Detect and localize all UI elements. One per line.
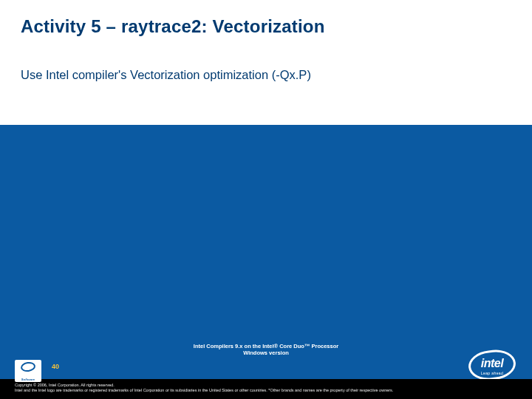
- page-number: 40: [52, 363, 59, 370]
- header-band: Activity 5 – raytrace2: Vectorization Us…: [0, 0, 532, 125]
- product-line-1: Intel Compilers 9.x on the Intel® Core D…: [194, 343, 338, 349]
- copyright-line: Copyright © 2006, Intel Corporation. All…: [15, 383, 517, 389]
- page-strip: Software 40: [0, 361, 532, 379]
- software-badge-icon: Software: [15, 360, 41, 382]
- body-text: Use Intel compiler's Vectorization optim…: [21, 68, 511, 82]
- slide: Activity 5 – raytrace2: Vectorization Us…: [0, 0, 532, 399]
- product-line: Intel Compilers 9.x on the Intel® Core D…: [0, 340, 532, 361]
- product-line-2: Windows version: [243, 349, 289, 356]
- legal-line: Intel and the Intel logo are trademarks …: [15, 388, 517, 394]
- legal-strip: Copyright © 2006, Intel Corporation. All…: [0, 379, 532, 399]
- footer: Intel Compilers 9.x on the Intel® Core D…: [0, 340, 532, 399]
- slide-title: Activity 5 – raytrace2: Vectorization: [21, 16, 511, 37]
- badge-swirl-icon: [20, 361, 36, 372]
- badge-text: Software: [15, 378, 41, 381]
